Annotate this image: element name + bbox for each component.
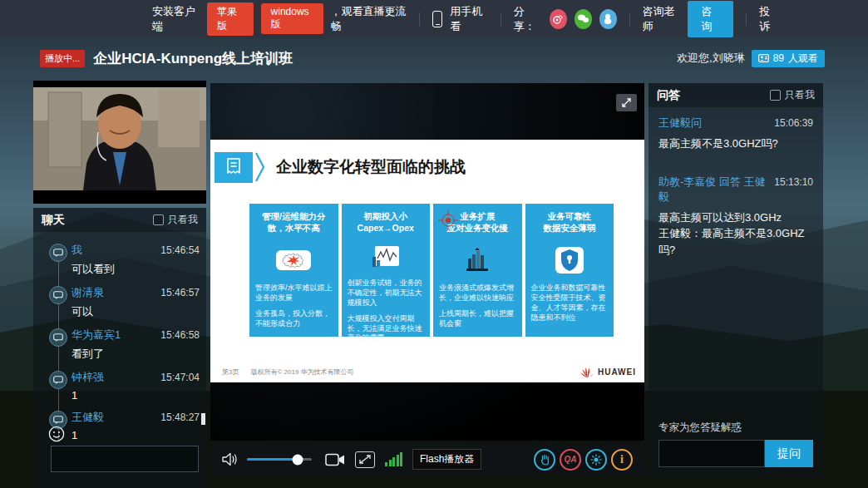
- chat-timestamp: 15:46:58: [160, 329, 200, 341]
- weibo-share-icon[interactable]: [550, 9, 567, 29]
- chat-sender-name: 华为嘉宾1: [72, 328, 121, 343]
- chat-message: 华为嘉宾115:46:58 看到了: [33, 323, 206, 365]
- watch-on-mobile-link[interactable]: 用手机看: [450, 4, 488, 34]
- qa-only-me-label: 只看我: [785, 88, 815, 102]
- chevron-right-icon: [254, 151, 266, 183]
- consult-teacher-label: 咨询老师: [643, 4, 681, 34]
- volume-knob[interactable]: [292, 454, 303, 465]
- flash-player-label: Flash播放器: [412, 449, 481, 470]
- huawei-logo: HUAWEI: [579, 366, 636, 378]
- chat-message: 钟梓强15:47:04 1: [33, 365, 206, 405]
- qa-input-row: 提问: [658, 440, 813, 467]
- qa-item: 王健毅问 15:06:39 最高主频不是3.0GHZ吗?: [649, 108, 823, 154]
- page-title: 企业HCIA-Kunpeng线上培训班: [93, 49, 293, 68]
- camera-icon[interactable]: [325, 453, 345, 466]
- qa-title: 问答: [657, 88, 680, 103]
- chat-only-me-checkbox[interactable]: [153, 214, 164, 225]
- card-title-line: 初期投入小: [348, 211, 425, 223]
- question-input[interactable]: [658, 440, 765, 467]
- qa-panel: 问答 只看我 王健毅问 15:06:39 最高主频不是3.0GHZ吗? 助教-李…: [649, 83, 823, 478]
- card-body-text: 管理效率/水平难以跟上业务的发展: [255, 283, 333, 303]
- slide-card-capex: 初期投入小 Capex→Opex 创新业务试错，业务的不确定性，初期无法大规模投…: [342, 204, 431, 337]
- card-title-line: 管理/运维能力分散，水平不高: [255, 211, 333, 234]
- chat-scrollbar[interactable]: [201, 413, 205, 425]
- slide-page-number: 第3页: [222, 367, 239, 377]
- consult-button[interactable]: 咨询: [688, 1, 733, 37]
- chat-header: 聊天 只看我: [33, 208, 206, 233]
- signal-strength-icon: [385, 452, 402, 466]
- chat-timestamp: 15:47:04: [160, 372, 200, 383]
- chat-bubble-avatar-icon: [49, 371, 67, 389]
- divider: [419, 12, 420, 26]
- qa-only-me-checkbox[interactable]: [770, 90, 781, 101]
- qa-timestamp: 15:06:39: [774, 117, 813, 129]
- card-body-text: 大规模投入交付周期长，无法满足业务快速变化的需要: [348, 314, 425, 344]
- qa-asker-name: 王健毅问: [658, 116, 702, 131]
- emoji-icon[interactable]: [48, 426, 65, 442]
- chat-only-me-toggle[interactable]: 只看我: [153, 213, 198, 227]
- card-title-line: 业务可靠性: [531, 211, 609, 223]
- slide-cards: 管理/运维能力分散，水平不高 管理效率/水平难以跟上业务的发展 业务孤岛，投入分…: [249, 204, 614, 337]
- qa-timestamp: 15:13:10: [774, 176, 813, 188]
- huawei-flower-icon: [579, 366, 594, 378]
- qa-only-me-toggle[interactable]: 只看我: [770, 88, 815, 102]
- card-body-text: 业务孤岛，投入分散，不能形成合力: [255, 309, 333, 329]
- settings-sun-button[interactable]: [585, 449, 607, 471]
- explosion-icon: [275, 245, 312, 275]
- chat-message: 我15:46:54 可以看到: [33, 238, 206, 280]
- chat-bubble-avatar-icon: [49, 244, 67, 262]
- windows-version-button[interactable]: windows版: [261, 3, 323, 34]
- slide-title-row: 企业数字化转型面临的挑战: [215, 151, 466, 183]
- viewers-count: 89: [773, 52, 784, 64]
- card-body-text: 企业业务和数据可靠性安全性受限于技术、资金、人才等因素，存在隐患和不到位: [531, 283, 609, 323]
- share-label: 分享：: [514, 4, 542, 34]
- card-body-text: 业务浪涌式或爆发式增长，企业难以快速响应: [439, 283, 516, 303]
- viewers-badge: 89 人观看: [752, 50, 825, 67]
- chat-panel: 聊天 只看我 我15:46:54 可以看到 谢清泉15:46:57 可以 华为: [33, 208, 206, 488]
- volume-slider[interactable]: [247, 458, 312, 461]
- chat-timestamp: 15:46:54: [160, 244, 200, 256]
- expand-icon[interactable]: [616, 94, 637, 111]
- chat-sender-name: 我: [72, 243, 82, 258]
- wechat-share-icon[interactable]: [575, 9, 592, 29]
- smoother-label: ，观看直播更流畅: [331, 4, 407, 34]
- ask-question-button[interactable]: 提问: [765, 440, 813, 467]
- info-button[interactable]: i: [611, 449, 633, 471]
- chat-message-text: 1: [72, 389, 200, 402]
- top-bar: 安装客户端 苹果版 windows版 ，观看直播更流畅 用手机看 分享： 咨询老…: [0, 0, 868, 37]
- chat-timestamp: 15:48:27: [160, 412, 200, 423]
- video-mode-toggle-icon[interactable]: [355, 451, 375, 468]
- chat-message: 谢清泉15:46:57 可以: [33, 280, 206, 323]
- target-icon: [437, 209, 459, 231]
- document-badge-icon: [215, 152, 253, 183]
- playing-status-badge: 播放中...: [40, 50, 85, 67]
- qa-header: 问答 只看我: [649, 83, 823, 108]
- shield-icon: [555, 245, 584, 275]
- apple-version-button[interactable]: 苹果版: [207, 2, 254, 36]
- chat-input[interactable]: [51, 446, 199, 472]
- divider: [746, 12, 747, 26]
- huawei-logo-text: HUAWEI: [598, 367, 636, 377]
- chat-title: 聊天: [42, 213, 65, 228]
- chart-icon: [372, 245, 400, 270]
- chat-message-text: 1: [72, 429, 200, 441]
- raise-hand-button[interactable]: [534, 449, 555, 471]
- qa-text-line: 最高主频可以达到3.0GHz: [658, 209, 813, 226]
- viewers-label: 人观看: [788, 52, 818, 66]
- chat-sender-name: 王健毅: [72, 410, 104, 425]
- speaker-icon[interactable]: [222, 452, 239, 466]
- slide-card-expansion: 业务扩展 应对业务变化慢 业务浪涌式或爆发式增长，企业难以快速响应 上线周期长，…: [433, 204, 522, 337]
- qa-text-line: 最高主频不是3.0GHZ吗?: [658, 136, 813, 152]
- title-bar: 播放中... 企业HCIA-Kunpeng线上培训班 欢迎您,刘晓琳 89 人观…: [0, 37, 868, 79]
- chat-message-text: 可以看到: [72, 262, 200, 277]
- card-body-text: 上线周期长，难以把握机会窗: [439, 309, 516, 329]
- divider: [501, 12, 501, 26]
- qq-share-icon[interactable]: [599, 9, 617, 29]
- slide-title: 企业数字化转型面临的挑战: [276, 156, 466, 178]
- chat-message-text: 可以: [72, 304, 200, 319]
- complaint-link[interactable]: 投诉: [759, 4, 778, 34]
- presentation-player: 企业数字化转型面临的挑战 管理/运维能力分散，水平不高 管理效率/水平难以跟上业…: [210, 83, 644, 441]
- qa-button[interactable]: QA: [560, 449, 581, 471]
- presenter-webcam-video: [33, 81, 206, 204]
- qa-text-line: 王健毅：最高主频不是3.0GHZ吗?: [658, 225, 813, 258]
